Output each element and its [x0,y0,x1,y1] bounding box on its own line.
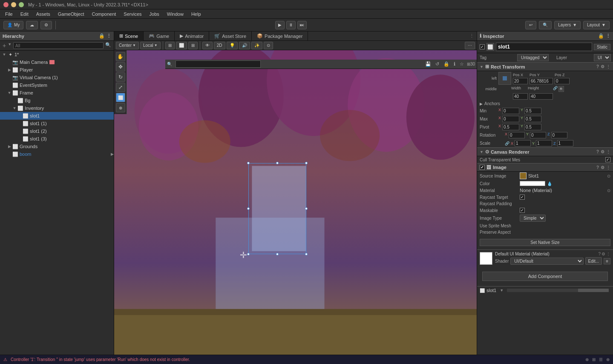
hierarchy-item-grounds[interactable]: ⬜ Grounds [0,143,114,150]
canvas-settings-btn[interactable]: ⚙ [601,149,604,154]
pivot-x-input[interactable] [502,124,519,130]
rot-x-input[interactable] [509,132,525,138]
close-dot[interactable] [3,2,9,7]
add-hierarchy-button[interactable]: + [3,42,6,49]
account-button[interactable]: 👤 My [3,21,23,29]
tab-asset-store[interactable]: 🛒 Asset Store [209,32,252,41]
inspector-scrollbar[interactable] [507,289,609,292]
r-button[interactable]: R [558,86,564,92]
transform-btn[interactable]: ⊞ [165,42,175,49]
hierarchy-item-scene[interactable]: ✦ 1* [0,51,114,58]
center-btn[interactable]: Center ▼ [116,42,139,49]
scale-x-input[interactable] [515,140,531,146]
rect-settings-btn[interactable]: ⚙ [601,64,604,69]
rect-help-btn[interactable]: ? [596,64,599,69]
transform-tool[interactable]: ⊕ [116,103,125,112]
handle-bm[interactable] [276,253,279,255]
tab-animator[interactable]: ▶ Animator [175,32,209,41]
static-button[interactable]: Static [594,44,610,50]
menu-help[interactable]: Help [188,11,204,17]
menu-file[interactable]: File [2,11,16,17]
2d-btn[interactable]: 2D [214,42,225,49]
image-settings-btn[interactable]: ⚙ [601,165,604,170]
max-y-input[interactable] [524,116,541,122]
scale-z-input[interactable] [557,140,573,146]
hierarchy-dropdown-icon[interactable]: ▼ [8,42,12,49]
maskable-checkbox[interactable] [520,208,525,213]
hierarchy-item-eventsystem[interactable]: ⬜ EventSystem [0,81,114,89]
rotate-tool[interactable]: ↻ [116,72,125,82]
hierarchy-item-slot1-3[interactable]: ⬜ slot1 (3) [0,135,114,143]
inspector-menu-icon[interactable]: ⋮ [606,33,610,39]
hierarchy-item-slot1-2[interactable]: ⬜ slot1 (2) [0,127,114,135]
min-y-input[interactable] [524,108,541,114]
color-eyedropper[interactable]: 💧 [547,181,552,186]
snap-btn[interactable]: ⊞ [188,42,198,49]
audio-btn[interactable]: 🔊 [239,42,250,49]
maximize-dot[interactable] [19,2,24,7]
menu-component[interactable]: Component [88,11,119,17]
shader-dropdown[interactable]: UI/Default [510,258,583,265]
scene-more-btn[interactable]: ⋯ [465,42,475,49]
cloud-button[interactable]: ☁ [26,21,38,29]
layout-dropdown[interactable]: Layout ▼ [583,21,610,29]
mat-menu-btn[interactable]: ⋮ [606,252,610,256]
expand-arrow-scene[interactable] [2,52,7,57]
local-btn[interactable]: Local ▼ [140,42,161,49]
rot-y-input[interactable] [530,132,546,138]
handle-bl[interactable] [247,253,250,255]
scale-y-input[interactable] [536,140,552,146]
hierarchy-item-frame[interactable]: ⬜ Frame [0,89,114,97]
rect-btn[interactable]: ⬜ [176,42,187,49]
minimize-dot[interactable] [11,2,16,7]
pos-z-input[interactable] [555,78,570,84]
hand-tool[interactable]: ✋ [116,52,125,61]
hierarchy-item-slot1[interactable]: ⬜ slot1 [0,112,114,120]
arrow-anchors[interactable]: ▶ [480,102,483,106]
scene-gizmos-btn[interactable]: ⊙ [264,42,273,49]
hierarchy-item-boom[interactable]: ⬜ boom ▶ [0,150,114,158]
cull-checkbox[interactable] [605,157,610,162]
bottom-slot1-arrow[interactable]: ▼ [500,288,504,292]
rect-tool[interactable]: ⬜ [116,93,125,102]
handle-mr[interactable] [305,207,308,210]
window-controls[interactable] [3,2,24,7]
scene-view[interactable]: ✋ ✥ ↻ ⤢ ⬜ ⊕ [114,50,477,355]
add-component-button[interactable]: Add Component [482,272,608,281]
hierarchy-item-slot1-1[interactable]: ⬜ slot1 (1) [0,120,114,127]
hierarchy-lock-icon[interactable]: 🔒 [99,33,105,39]
status-tools-4[interactable]: ⊕ [606,357,610,362]
set-native-size-button[interactable]: Set Native Size [480,239,610,246]
visibility-btn[interactable]: 👁 [202,42,213,49]
play-button[interactable]: ▶ [275,21,285,29]
rot-z-input[interactable] [551,132,567,138]
raycast-checkbox[interactable] [520,195,525,200]
menu-assets[interactable]: Assets [33,11,54,17]
expand-arrow-inventory[interactable] [12,106,17,110]
status-tools-1[interactable]: ⊕ [585,357,589,362]
pos-x-input[interactable] [513,78,528,84]
canvas-menu-btn[interactable]: ⋮ [606,149,610,154]
object-name-input[interactable] [496,43,592,51]
tag-dropdown[interactable]: Untagged [517,54,549,61]
min-x-input[interactable] [502,108,519,114]
expand-arrow-grounds[interactable] [7,144,12,149]
menu-services[interactable]: Services [120,11,145,17]
pos-y-input[interactable] [530,78,553,84]
pause-button[interactable]: ⏸ [286,21,296,29]
height-input[interactable] [530,93,553,100]
canvas-renderer-section[interactable]: ▼ ⊙ Canvas Renderer ? ⚙ ⋮ [477,147,613,156]
object-icon-btn[interactable]: ⬜ [486,43,494,51]
image-menu-btn[interactable]: ⋮ [606,165,610,170]
selection-rect[interactable] [248,163,306,255]
light-btn[interactable]: 💡 [227,42,238,49]
image-type-dropdown[interactable]: Simple [520,215,546,222]
image-help-btn[interactable]: ? [596,165,599,170]
shader-expand-btn[interactable]: ≡ [604,258,610,264]
status-tools-3[interactable]: ☰ [599,357,603,362]
collab-button[interactable]: ⚙ [40,21,52,29]
hierarchy-tree[interactable]: ✦ 1* 📷 Main Camera ⬜ Player [0,51,114,355]
hierarchy-menu-icon[interactable]: ⋮ [106,33,111,39]
hierarchy-item-inventory[interactable]: ⬜ Inventory [0,104,114,112]
width-input[interactable] [513,93,528,100]
